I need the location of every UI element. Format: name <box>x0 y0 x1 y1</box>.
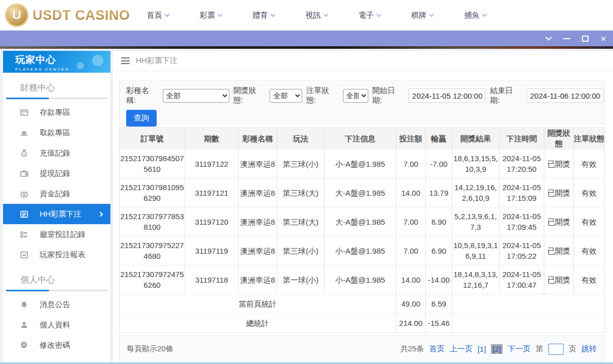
table-cell: 18,14,8,3,13,12,16,7 <box>452 265 500 294</box>
draw-status-select[interactable]: 全部 <box>270 89 302 103</box>
table-cell: 大-A盤@1.985 <box>325 207 396 236</box>
table-cell: 14.00 <box>396 265 426 294</box>
prev-page-link[interactable]: 上一页 <box>450 344 473 354</box>
col-bet-amount: 投注額 <box>396 128 426 149</box>
password-gear-icon: ⚙ <box>19 341 28 350</box>
nav-item-fishing[interactable]: 捕魚 <box>449 0 502 31</box>
table-cell: 小-A盤@1.985 <box>325 265 396 294</box>
table-cell: 有效 <box>574 207 605 236</box>
table-cell: 第一球(小) <box>277 265 325 294</box>
page-1-link[interactable]: [1] <box>478 345 486 353</box>
sidebar-item-funds-records[interactable]: 資金記錄 <box>3 184 110 204</box>
sidebar-item-deposit[interactable]: 存款專區 <box>3 102 110 123</box>
table-cell: 有效 <box>574 178 605 207</box>
announcement-bell-icon <box>19 300 28 309</box>
nav-item-cards[interactable]: 棋牌 <box>396 0 449 31</box>
col-bet-info: 下注信息 <box>325 128 396 149</box>
grand-summary-win-loss: -15.46 <box>426 314 452 333</box>
order-status-select[interactable]: 全部 <box>343 89 368 103</box>
sidebar: 玩家中心 PLAYERS CENTER 財務中心 存款專區 取款專區 充值記錄 … <box>3 51 111 364</box>
table-cell: 小-A盤@1.985 <box>325 236 396 265</box>
col-draw-status: 開獎狀態 <box>544 128 574 149</box>
chevron-down-icon <box>270 12 275 17</box>
table-cell: 第三球(大) <box>277 207 325 236</box>
window-close-icon[interactable]: × <box>598 33 609 44</box>
players-center-banner: 玩家中心 PLAYERS CENTER <box>3 51 110 73</box>
sidebar-item-hh-lottery-bets[interactable]: HH彩票下注 <box>3 204 110 224</box>
draw-status-label: 開獎狀態: <box>233 86 266 105</box>
lottery-bet-list-icon <box>19 209 28 219</box>
nav-item-slots[interactable]: 電子 <box>343 0 396 31</box>
jump-button[interactable]: 跳转 <box>581 344 597 354</box>
table-row: 2152173079845075610 31197122 澳洲幸运8 第三球(小… <box>120 149 605 178</box>
page-2-link-current[interactable]: [2] <box>491 344 503 354</box>
main-content: HH彩票下注 彩種名稱: 全部 開獎狀態: 全部 注單狀態: 全部 開始日期: … <box>113 51 613 362</box>
sidebar-item-change-password[interactable]: ⚙ 修改密碼 <box>3 335 110 355</box>
empty-cell <box>452 314 605 333</box>
table-cell: 6.90 <box>426 207 452 236</box>
next-page-link[interactable]: 下一页 <box>508 344 531 354</box>
end-date-label: 結束日期: <box>490 86 522 105</box>
table-cell: 有效 <box>574 265 605 294</box>
table-cell: 小-A盤@1.985 <box>325 149 396 178</box>
page-summary-label: 當前頁統計 <box>120 294 396 314</box>
page-jump-input[interactable] <box>548 344 564 355</box>
table-cell: 已開獎 <box>544 149 574 178</box>
col-period: 期數 <box>185 128 239 149</box>
brand-logo[interactable]: U USDT CASINO <box>5 4 130 27</box>
col-bet-time: 下注時間 <box>500 128 544 149</box>
search-button[interactable]: 查詢 <box>126 110 157 127</box>
section-divider <box>6 290 107 291</box>
pagination: 共25条 首页 上一页 [1] [2] 下一页 第 页 跳转 <box>400 344 597 355</box>
table-cell: 13.79 <box>426 178 452 207</box>
chevron-down-icon <box>429 12 434 17</box>
lottery-name-select[interactable]: 全部 <box>163 89 229 103</box>
window-chevron-down-icon[interactable] <box>543 33 554 44</box>
withdrawal-wallet-icon <box>19 169 28 178</box>
table-cell: 澳洲幸运8 <box>239 178 277 207</box>
table-cell: 10,5,8,19,3,16,9,11 <box>452 236 500 265</box>
sidebar-item-player-report[interactable]: 玩家投注報表 <box>3 245 110 265</box>
table-cell: 5,2,13,9,6,1,7,3 <box>452 207 500 236</box>
nav-item-sports[interactable]: 體育 <box>237 0 290 31</box>
table-cell: 第三球(小) <box>277 236 325 265</box>
nav-item-home[interactable]: 首頁 <box>131 0 184 31</box>
table-cell: 31197119 <box>185 236 239 265</box>
sidebar-item-room-bet-records[interactable]: 廳室投註記錄 <box>3 224 110 245</box>
sidebar-item-withdrawal-records[interactable]: 提現記錄 <box>3 163 110 184</box>
first-page-link[interactable]: 首页 <box>429 344 445 354</box>
sidebar-item-recharge-records[interactable]: 充值記錄 <box>3 143 110 163</box>
window-minimize-icon[interactable] <box>561 33 572 44</box>
sidebar-item-announcements[interactable]: 消息公告 <box>3 294 110 315</box>
col-lottery-name: 彩種名稱 <box>239 128 277 149</box>
table-cell: 7.00 <box>396 236 426 265</box>
table-cell: 澳洲幸运8 <box>239 265 277 294</box>
table-cell: 已開獎 <box>544 236 574 265</box>
section-title-finance: 財務中心 <box>3 73 110 98</box>
withdraw-hand-icon <box>19 128 28 137</box>
order-status-label: 注單狀態: <box>306 86 339 105</box>
table-cell: 有效 <box>574 236 605 265</box>
window-controls: × <box>543 31 609 46</box>
nav-item-lottery[interactable]: 彩票 <box>184 0 237 31</box>
hamburger-icon[interactable] <box>121 57 130 64</box>
player-report-chart-icon <box>19 250 28 259</box>
table-cell: -14.00 <box>426 265 452 294</box>
sidebar-item-withdraw[interactable]: 取款專區 <box>3 123 110 143</box>
table-cell: 14.00 <box>396 178 426 207</box>
room-bet-record-icon <box>19 230 28 239</box>
sidebar-item-profile[interactable]: 個人資料 <box>3 315 110 335</box>
window-maximize-icon[interactable] <box>579 33 591 44</box>
total-count-text: 共25条 <box>400 344 424 354</box>
table-row: 2152173079810956290 31197121 澳洲幸运8 第三球(大… <box>120 178 605 207</box>
window-top-border <box>0 46 613 49</box>
page-summary-win-loss: 6.59 <box>426 294 452 314</box>
table-cell: 2024-11-05 17:09:45 <box>500 207 544 236</box>
section-title-personal: 個人中心 <box>3 265 110 290</box>
empty-cell <box>452 294 605 314</box>
table-row: 2152173079778538100 31197120 澳洲幸运8 第三球(大… <box>120 207 605 236</box>
start-date-input[interactable] <box>408 88 486 103</box>
nav-item-live[interactable]: 視訊 <box>290 0 343 31</box>
end-date-input[interactable] <box>527 88 604 103</box>
table-cell: 2152173079778538100 <box>120 207 185 236</box>
